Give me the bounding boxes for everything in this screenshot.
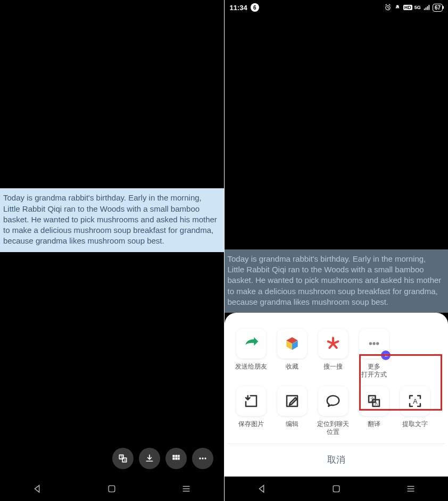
toolbar: 文A <box>0 440 224 477</box>
translate-button[interactable]: 文A <box>112 448 134 469</box>
grid-button[interactable] <box>165 448 187 469</box>
action-label: 收藏 <box>286 363 298 379</box>
svg-point-19 <box>372 342 375 345</box>
cancel-label: 取消 <box>327 455 345 465</box>
mute-icon <box>394 4 401 11</box>
svg-point-10 <box>204 457 206 459</box>
alarm-icon <box>384 4 392 11</box>
story-text: Today is grandma rabbit's birthday. Earl… <box>228 254 442 306</box>
status-time: 11:34 <box>230 4 247 12</box>
svg-point-20 <box>376 342 379 345</box>
action-locate-in-chat[interactable]: 定位到聊天 位置 <box>313 386 354 436</box>
battery-indicator: 67 <box>433 4 443 12</box>
svg-rect-3 <box>175 455 177 457</box>
status-bar: 11:34 6 HD 5G 67 <box>225 0 449 15</box>
home-button[interactable] <box>101 478 122 499</box>
menu-icon <box>405 483 417 495</box>
action-label: 搜一搜 <box>323 363 343 379</box>
system-nav <box>0 477 224 501</box>
back-button[interactable] <box>27 478 48 499</box>
action-label: 发送给朋友 <box>235 363 267 379</box>
highlight-box <box>359 354 442 411</box>
cube-icon <box>277 329 307 358</box>
more-button[interactable] <box>192 448 213 469</box>
home-button[interactable] <box>326 478 347 499</box>
more-icon <box>197 453 208 464</box>
action-label: 编辑 <box>286 420 298 436</box>
download-icon <box>144 453 155 464</box>
story-text-dimmed: Today is grandma rabbit's birthday. Earl… <box>225 249 449 313</box>
svg-point-8 <box>199 457 201 459</box>
action-search[interactable]: 搜一搜 <box>313 329 354 379</box>
hd-badge: HD <box>403 5 412 10</box>
share-arrow-icon <box>236 329 266 358</box>
recents-button[interactable] <box>400 478 421 499</box>
image-viewer-left: Today is grandma rabbit's birthday. Earl… <box>0 0 225 501</box>
svg-rect-6 <box>175 457 177 460</box>
svg-rect-24 <box>333 486 339 492</box>
cancel-button[interactable]: 取消 <box>228 444 445 477</box>
triangle-back-icon <box>31 483 43 495</box>
svg-rect-5 <box>172 457 175 460</box>
svg-text:A: A <box>123 458 126 462</box>
menu-icon <box>180 483 192 495</box>
download-to-device-icon <box>236 386 266 416</box>
notification-count-badge: 6 <box>251 3 259 12</box>
download-button[interactable] <box>139 448 160 469</box>
svg-rect-11 <box>109 486 115 492</box>
svg-rect-7 <box>178 457 179 460</box>
action-label: 翻译 <box>368 420 380 436</box>
triangle-back-icon <box>256 483 268 495</box>
recents-button[interactable] <box>176 478 197 499</box>
svg-rect-2 <box>172 455 175 457</box>
system-nav <box>225 477 449 501</box>
signal-label: 5G <box>414 5 421 10</box>
grid-icon <box>171 453 181 464</box>
signal-icon <box>423 4 430 11</box>
square-home-icon <box>331 483 342 494</box>
action-save-image[interactable]: 保存图片 <box>231 386 272 436</box>
action-label: 提取文字 <box>402 420 428 436</box>
action-label: 定位到聊天 位置 <box>317 420 349 436</box>
action-edit[interactable]: 编辑 <box>272 386 313 436</box>
action-favorite[interactable]: 收藏 <box>272 329 313 379</box>
square-home-icon <box>106 483 117 494</box>
story-text: Today is grandma rabbit's birthday. Earl… <box>3 193 217 245</box>
svg-point-18 <box>369 342 372 345</box>
action-label: 保存图片 <box>238 420 264 436</box>
svg-point-9 <box>202 457 203 459</box>
edit-icon <box>277 386 307 416</box>
action-send-to-friend[interactable]: 发送给朋友 <box>231 329 272 379</box>
story-text-selected[interactable]: Today is grandma rabbit's birthday. Earl… <box>0 188 224 252</box>
back-button[interactable] <box>251 478 272 499</box>
svg-rect-4 <box>178 455 179 457</box>
image-viewer-right: 11:34 6 HD 5G 67 Today is grandma rabbit… <box>225 0 449 501</box>
translate-icon: 文A <box>118 453 128 464</box>
chat-bubble-icon <box>318 386 348 416</box>
spark-search-icon <box>318 329 348 358</box>
svg-text:文: 文 <box>120 455 123 458</box>
